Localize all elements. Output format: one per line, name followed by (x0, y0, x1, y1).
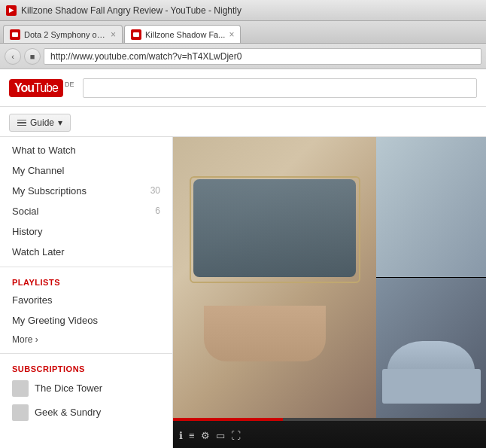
back-button[interactable]: ‹ (5, 48, 21, 65)
video-thumbnails (376, 137, 486, 418)
face-lower (204, 306, 326, 362)
theater-icon[interactable]: ▭ (216, 430, 225, 441)
tab-bar: Dota 2 Symphony of ... × Killzone Shadow… (0, 21, 486, 44)
video-controls: ℹ ≡ ⚙ ▭ ⛶ (173, 418, 486, 448)
social-badge: 6 (155, 206, 160, 216)
channel-thumb-2 (12, 404, 29, 421)
video-face (173, 137, 376, 418)
tab-killzone[interactable]: Killzone Shadow Fa... × (124, 25, 241, 43)
page-content: YouTube DE Guide ▾ What to Watch My Chan… (0, 69, 486, 448)
logo-box: YouTube (9, 79, 63, 97)
tab-dota2[interactable]: Dota 2 Symphony of ... × (3, 25, 123, 43)
fullscreen-icon[interactable]: ⛶ (231, 430, 241, 441)
channel-thumb-1 (12, 380, 29, 397)
sidebar-item-watch-later[interactable]: Watch Later (0, 242, 172, 262)
sidebar-item-what-to-watch[interactable]: What to Watch (0, 140, 172, 160)
guide-button[interactable]: Guide ▾ (9, 114, 71, 132)
car-body (382, 369, 481, 404)
sunglasses-frame (190, 176, 360, 283)
tab-favicon-1 (10, 29, 20, 40)
divider-1 (0, 267, 172, 267)
logo-suffix: DE (65, 81, 74, 88)
main-area: What to Watch My Channel My Subscription… (0, 137, 486, 448)
stop-button[interactable]: ■ (24, 48, 41, 65)
playlist-icon[interactable]: ≡ (189, 430, 195, 441)
tab-label-1: Dota 2 Symphony of ... (24, 30, 107, 39)
sidebar-item-subscriptions[interactable]: My Subscriptions 30 (0, 181, 172, 201)
more-link[interactable]: More › (0, 331, 172, 349)
search-input[interactable] (83, 78, 477, 98)
guide-arrow: ▾ (58, 117, 62, 128)
subscriptions-badge: 30 (150, 185, 160, 196)
sidebar-item-my-greeting[interactable]: My Greeting Videos (0, 310, 172, 331)
title-bar: ▶ Killzone Shadow Fall Angry Review - Yo… (0, 0, 486, 21)
youtube-logo: YouTube DE (9, 79, 74, 97)
progress-bar-track[interactable] (173, 418, 486, 421)
tab-label-2: Killzone Shadow Fa... (145, 30, 225, 39)
sidebar-item-history[interactable]: History (0, 221, 172, 242)
sidebar-item-social[interactable]: Social 6 (0, 201, 172, 221)
video-frame: ℹ ≡ ⚙ ▭ ⛶ (173, 137, 486, 448)
hamburger-icon (17, 120, 26, 126)
thumbnail-bottom (376, 278, 486, 418)
browser-icon: ▶ (6, 5, 17, 16)
video-main (173, 137, 486, 418)
sidebar: What to Watch My Channel My Subscription… (0, 137, 173, 448)
sidebar-item-favorites[interactable]: Favorites (0, 290, 172, 310)
tab-favicon-2 (131, 29, 141, 40)
url-input[interactable] (44, 48, 481, 65)
info-icon[interactable]: ℹ (179, 430, 183, 441)
guide-label: Guide (30, 117, 54, 128)
playlists-label: PLAYLISTS (0, 272, 172, 290)
video-area[interactable]: ℹ ≡ ⚙ ▭ ⛶ (173, 137, 486, 448)
tab-close-2[interactable]: × (229, 29, 234, 40)
sidebar-item-my-channel[interactable]: My Channel (0, 160, 172, 181)
sidebar-channel-geek-sundry[interactable]: Geek & Sundry (0, 401, 172, 425)
thumbnail-top (376, 137, 486, 278)
sidebar-channel-dice-tower[interactable]: The Dice Tower (0, 376, 172, 401)
tab-close-1[interactable]: × (111, 29, 116, 40)
divider-2 (0, 353, 172, 354)
settings-icon[interactable]: ⚙ (201, 430, 210, 441)
window-title: Killzone Shadow Fall Angry Review - YouT… (21, 5, 241, 16)
youtube-header: YouTube DE (0, 69, 486, 107)
address-bar: ‹ ■ (0, 44, 486, 69)
guide-bar: Guide ▾ (0, 107, 486, 137)
subscriptions-label: SUBSCRIPTIONS (0, 358, 172, 376)
progress-bar-fill (173, 418, 283, 421)
